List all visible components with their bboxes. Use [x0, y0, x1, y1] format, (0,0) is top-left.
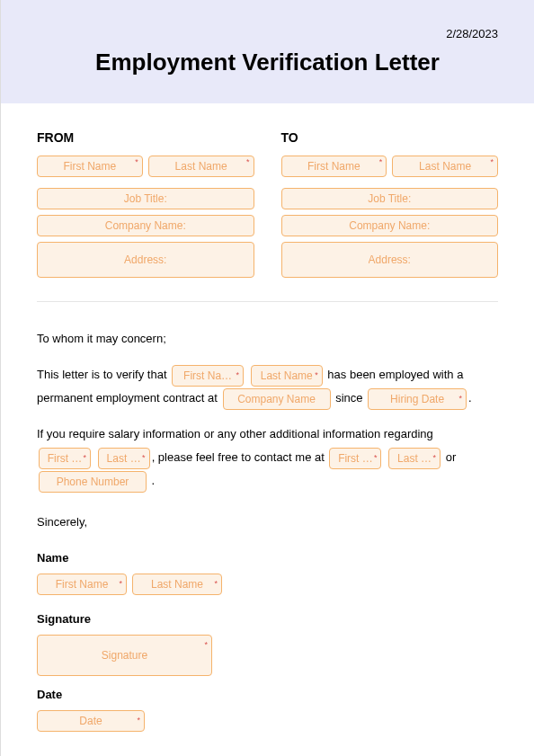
from-last-name-field[interactable]: Last Name [148, 156, 254, 177]
to-column: TO First Name Last Name Job Title: Compa… [281, 130, 499, 283]
placeholder: First Name [307, 160, 360, 173]
divider [37, 301, 498, 302]
to-label: TO [281, 130, 499, 145]
placeholder: Last … [397, 448, 432, 469]
placeholder: Address: [124, 253, 166, 266]
body-company-name-field[interactable]: Company Name [223, 388, 331, 410]
subject-first-name-field[interactable]: First … [39, 448, 91, 469]
date-section-label: Date [37, 683, 498, 707]
placeholder: Job Title: [124, 192, 167, 205]
placeholder: First Na… [183, 365, 232, 387]
header-date: 2/28/2023 [446, 27, 498, 40]
from-label: FROM [37, 130, 254, 145]
subject-last-name-field[interactable]: Last … [98, 448, 150, 469]
name-section-label: Name [37, 547, 498, 570]
text: . [468, 391, 472, 405]
sign-date-field[interactable]: Date [37, 710, 145, 732]
text: . [148, 474, 155, 487]
page-title: Employment Verification Letter [37, 49, 498, 76]
placeholder: Hiring Date [390, 388, 444, 410]
from-column: FROM First Name Last Name Job Title: Com… [37, 130, 254, 283]
employee-last-name-field[interactable]: Last Name [251, 365, 323, 387]
letter-body: To whom it may concern; This letter is t… [37, 327, 498, 732]
placeholder: Job Title: [368, 192, 411, 205]
to-last-name-field[interactable]: Last Name [392, 156, 498, 177]
closing: Sincerely, [37, 511, 498, 534]
from-job-title-field[interactable]: Job Title: [37, 188, 254, 209]
to-job-title-field[interactable]: Job Title: [281, 188, 499, 209]
placeholder: Signature [102, 645, 147, 666]
employee-first-name-field[interactable]: First Na… [172, 365, 244, 387]
placeholder: Address: [369, 253, 411, 266]
placeholder: Last Name [175, 160, 227, 173]
text: since [335, 391, 366, 405]
from-to-columns: FROM First Name Last Name Job Title: Com… [37, 130, 498, 283]
placeholder: First … [338, 448, 373, 469]
placeholder: Date [79, 710, 102, 732]
contact-last-name-field[interactable]: Last … [388, 448, 441, 469]
placeholder: Last Name [419, 160, 471, 173]
signer-last-name-field[interactable]: Last Name [132, 574, 222, 595]
placeholder: First Name [56, 574, 109, 595]
paragraph-2: If you require salary information or any… [37, 422, 498, 493]
placeholder: Company Name [237, 388, 316, 410]
to-company-name-field[interactable]: Company Name: [281, 215, 499, 236]
paragraph-1: This letter is to verify that First Na… … [37, 363, 498, 410]
to-address-field[interactable]: Address: [281, 242, 499, 278]
signature-field[interactable]: Signature [37, 635, 212, 676]
text: If you require salary information or any… [37, 427, 433, 440]
phone-number-field[interactable]: Phone Number [39, 471, 147, 493]
content-area: FROM First Name Last Name Job Title: Com… [1, 103, 534, 755]
header: 2/28/2023 Employment Verification Letter [1, 0, 534, 103]
placeholder: Last Name [261, 365, 313, 387]
signer-first-name-field[interactable]: First Name [37, 574, 127, 595]
from-first-name-field[interactable]: First Name [37, 156, 143, 177]
hiring-date-field[interactable]: Hiring Date [368, 388, 467, 410]
text: or [446, 450, 457, 464]
from-address-field[interactable]: Address: [37, 242, 254, 278]
signature-section-label: Signature [37, 608, 498, 631]
placeholder: First … [48, 448, 83, 469]
placeholder: Phone Number [57, 471, 129, 493]
placeholder: Last Name [151, 574, 203, 595]
text: , please feel free to contact me at [152, 450, 328, 464]
placeholder: Company Name: [349, 219, 430, 232]
text: This letter is to verify that [37, 368, 170, 381]
contact-first-name-field[interactable]: First … [329, 448, 381, 469]
from-company-name-field[interactable]: Company Name: [37, 215, 254, 236]
placeholder: Company Name: [105, 219, 186, 232]
greeting: To whom it may concern; [37, 327, 498, 351]
to-first-name-field[interactable]: First Name [281, 156, 387, 177]
placeholder: First Name [64, 160, 117, 173]
placeholder: Last … [107, 448, 141, 469]
